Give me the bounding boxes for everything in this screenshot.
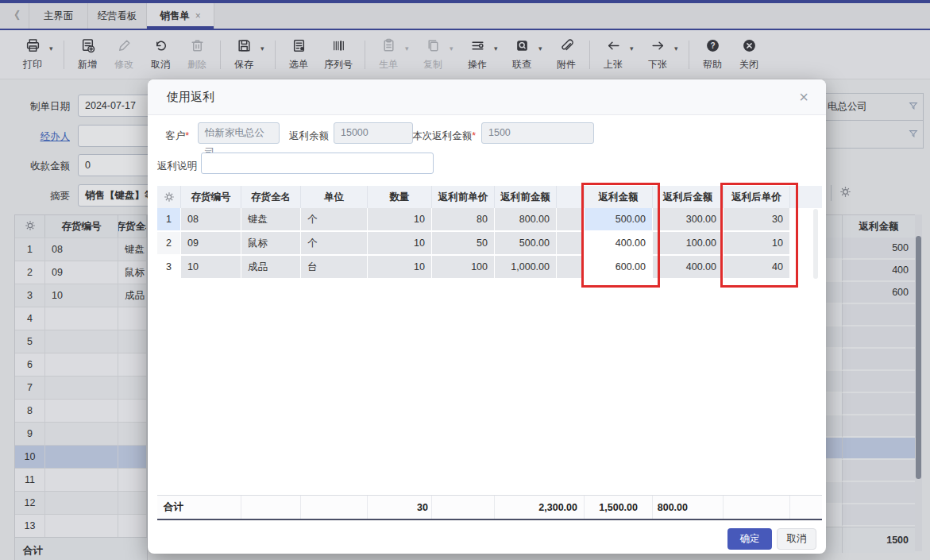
- dialog-total-row: 合计 30 2,300.00 1,500.00 800.00: [157, 495, 822, 520]
- app-window: 《 主界面 经营看板 销售单 × 打印 ▾ 新增 修改 取消: [0, 0, 930, 560]
- total-post-amount: 800.00: [653, 496, 724, 519]
- total-rebate: 1,500.00: [585, 496, 653, 519]
- dialog-title: 使用返利: [167, 90, 214, 105]
- rebate-amount-input: 1500: [481, 122, 594, 144]
- ok-button[interactable]: 确定: [727, 528, 772, 550]
- rebate-balance-label: 返利余额: [280, 129, 329, 143]
- rebate-amount-cell[interactable]: 500.00: [585, 208, 653, 232]
- dialog-table-scrollbar[interactable]: [813, 209, 818, 279]
- total-qty: 30: [368, 496, 432, 519]
- rebate-detail-table: 存货编号 存货全名 单位 数量 返利前单价 返利前金额 返利金额 返利后金额 返…: [157, 186, 822, 280]
- rebate-amount-cell[interactable]: 400.00: [585, 232, 653, 256]
- table-row[interactable]: 1 08 键盘 个 10 80 800.00 500.00 300.00 30: [157, 208, 822, 232]
- column-header[interactable]: 数量: [368, 186, 432, 208]
- table-header-row: 存货编号 存货全名 单位 数量 返利前单价 返利前金额 返利金额 返利后金额 返…: [157, 186, 822, 208]
- total-pre-amount: 2,300.00: [495, 496, 585, 519]
- column-header-rebate[interactable]: 返利金额: [585, 186, 653, 208]
- table-row[interactable]: 2 09 鼠标 个 10 50 500.00 400.00 100.00 10: [157, 232, 822, 256]
- column-header-spacer: [557, 186, 585, 208]
- column-header[interactable]: 存货全名: [241, 186, 301, 208]
- rebate-amount-cell[interactable]: 600.00: [585, 256, 653, 280]
- table-row[interactable]: 3 10 成品 台 10 100 1,000.00 600.00 400.00 …: [157, 256, 822, 280]
- column-header-post-price[interactable]: 返利后单价: [724, 186, 790, 208]
- rebate-note-input[interactable]: [201, 153, 434, 174]
- column-header[interactable]: 存货编号: [181, 186, 241, 208]
- rebate-note-label: 返利说明: [148, 160, 197, 173]
- customer-input: 怡新家电总公司: [198, 122, 280, 144]
- rebate-amount-label: 本次返利金额*: [400, 129, 476, 143]
- dialog-close-icon[interactable]: ×: [799, 87, 808, 106]
- column-header[interactable]: 返利前金额: [495, 186, 557, 208]
- column-header[interactable]: 返利后金额: [653, 186, 724, 208]
- column-header[interactable]: 单位: [301, 186, 368, 208]
- column-header-filler: [790, 186, 822, 208]
- dialog-header: 使用返利: [148, 79, 826, 115]
- column-header[interactable]: 返利前单价: [432, 186, 495, 208]
- use-rebate-dialog: 使用返利 × 客户* 怡新家电总公司 返利余额 15000 本次返利金额* 15…: [148, 79, 826, 554]
- cancel-dialog-button[interactable]: 取消: [777, 528, 816, 550]
- table-settings-gear-icon[interactable]: [157, 186, 181, 208]
- customer-label: 客户*: [148, 129, 189, 143]
